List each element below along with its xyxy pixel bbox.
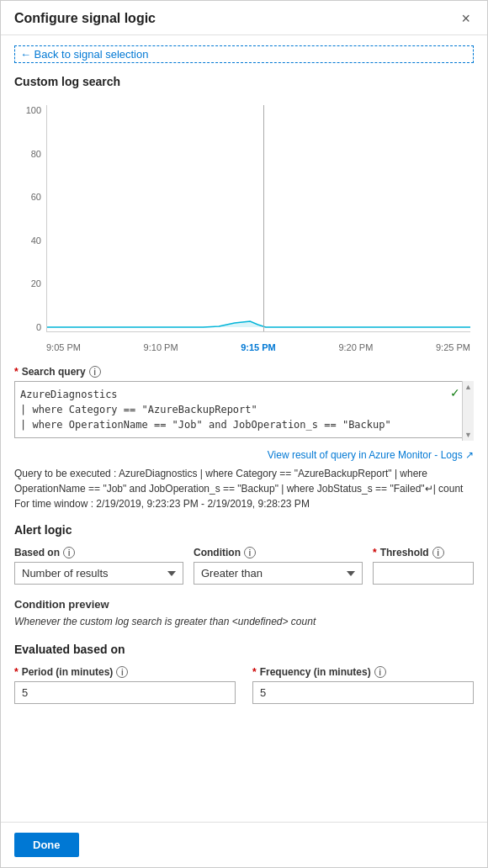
y-label-40: 40 [31,236,41,246]
frequency-field: * Frequency (in minutes) i [252,666,474,704]
based-on-field: Based on i Number of results Metric meas… [14,547,183,585]
query-info-text: Query to be executed : AzureDiagnostics … [14,466,474,511]
chart-x-labels: 9:05 PM 9:10 PM 9:15 PM 9:20 PM 9:25 PM [46,339,470,356]
threshold-info-icon[interactable]: i [432,547,444,558]
query-info-line1: Query to be executed : AzureDiagnostics … [14,468,463,495]
condition-preview-text: Whenever the custom log search is greate… [14,616,474,627]
search-query-info-icon[interactable]: i [89,366,101,378]
y-label-0: 0 [36,322,41,332]
search-query-label: * Search query i [14,366,474,378]
period-label: * Period (in minutes) i [14,666,236,678]
chart-area [46,105,470,332]
threshold-label: * Threshold i [373,547,474,558]
check-icon: ✓ [450,386,460,400]
evaluated-row: * Period (in minutes) i * Frequency (in … [14,666,474,704]
y-label-80: 80 [31,149,41,159]
chart-svg [47,105,470,331]
y-label-100: 100 [26,105,41,115]
section-title: Custom log search [14,75,474,88]
done-button[interactable]: Done [14,833,79,857]
based-on-label: Based on i [14,547,183,558]
required-star: * [14,366,19,378]
search-query-input[interactable]: AzureDiagnostics | where Category == "Az… [14,381,474,438]
chart-vertical-line [263,105,264,331]
condition-preview-title: Condition preview [14,598,474,611]
evaluated-based-on-title: Evaluated based on [14,643,474,656]
scroll-up-arrow[interactable]: ▲ [464,383,472,391]
condition-label: Condition i [194,547,363,558]
logic-row: Based on i Number of results Metric meas… [14,547,474,585]
x-label-910: 9:10 PM [144,342,178,352]
period-required-star: * [14,666,19,678]
period-info-icon[interactable]: i [116,666,128,678]
x-label-920: 9:20 PM [338,342,373,352]
chart-y-labels: 100 80 60 40 20 0 [14,105,45,332]
threshold-input[interactable] [373,562,474,585]
query-scrollbar[interactable]: ▲ ▼ [462,381,474,441]
y-label-20: 20 [31,278,41,288]
x-label-905: 9:05 PM [46,342,81,352]
chart-container: 100 80 60 40 20 0 9 [14,97,474,357]
close-button[interactable]: × [458,11,474,26]
scroll-down-arrow[interactable]: ▼ [464,431,472,439]
frequency-label: * Frequency (in minutes) i [252,666,474,678]
x-label-925: 9:25 PM [436,342,470,352]
condition-info-icon[interactable]: i [244,547,256,558]
y-label-60: 60 [31,192,41,202]
threshold-required-star: * [373,547,377,558]
search-query-section: * Search query i AzureDiagnostics | wher… [14,366,474,446]
frequency-info-icon[interactable]: i [374,666,386,678]
alert-logic-title: Alert logic [14,523,474,537]
query-info-line2: For time window : 2/19/2019, 9:23:23 PM … [14,498,310,510]
back-link[interactable]: ← Back to signal selection [14,45,474,63]
panel-title: Configure signal logic [14,11,156,26]
panel-header: Configure signal logic × [1,1,487,35]
panel-footer: Done [1,822,487,867]
period-input[interactable] [14,681,236,704]
frequency-input[interactable] [252,681,474,704]
threshold-field: * Threshold i [373,547,474,585]
x-label-915: 9:15 PM [241,342,276,352]
condition-select[interactable]: Greater than Less than Equal to [194,562,363,585]
condition-field: Condition i Greater than Less than Equal… [194,547,363,585]
panel-body: ← Back to signal selection Custom log se… [1,35,487,822]
based-on-info-icon[interactable]: i [63,547,75,558]
view-result-link[interactable]: View result of query in Azure Monitor - … [14,449,474,461]
period-field: * Period (in minutes) i [14,666,236,704]
query-box-wrapper: AzureDiagnostics | where Category == "Az… [14,381,474,441]
frequency-required-star: * [252,666,257,678]
based-on-select[interactable]: Number of results Metric measurement [14,562,183,585]
